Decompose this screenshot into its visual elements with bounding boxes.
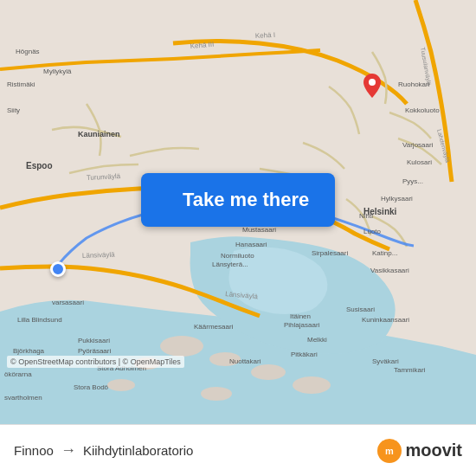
route-arrow: →	[61, 441, 76, 460]
svg-text:Björkhaga: Björkhaga	[13, 347, 45, 355]
svg-text:Mustasaari: Mustasaari	[242, 226, 276, 234]
button-container: Take me there	[141, 173, 335, 227]
svg-point-6	[201, 387, 232, 401]
svg-point-1	[160, 336, 203, 357]
svg-text:Syväkari: Syväkari	[372, 357, 399, 365]
svg-point-4	[251, 364, 286, 380]
svg-text:Siity: Siity	[7, 106, 20, 114]
svg-text:Ruohokari: Ruohokari	[398, 80, 430, 88]
svg-text:Stora Bodö: Stora Bodö	[74, 383, 109, 391]
svg-text:varsasaari: varsasaari	[52, 299, 84, 306]
svg-text:Myllykylä: Myllykylä	[43, 68, 72, 75]
svg-text:Sirpalesaari: Sirpalesaari	[312, 249, 348, 257]
footer-bar: Finnoo → Kiihdytinlaboratorio m moovit	[0, 424, 476, 476]
svg-text:Käärmesaari: Käärmesaari	[194, 323, 234, 331]
svg-text:Varjosaari: Varjosaari	[402, 141, 434, 149]
moovit-logo: m moovit	[377, 439, 462, 463]
route-info: Finnoo → Kiihdytinlaboratorio	[14, 441, 193, 460]
svg-text:Pitkäkari: Pitkäkari	[291, 351, 318, 358]
svg-text:Nihti: Nihti	[359, 212, 373, 220]
moovit-logo-icon: m	[377, 439, 402, 463]
svg-text:Lilla Blindsund: Lilla Blindsund	[17, 316, 62, 324]
svg-text:m: m	[386, 446, 395, 456]
svg-text:Pyys...: Pyys...	[402, 177, 423, 185]
svg-text:Kulosari: Kulosari	[407, 158, 432, 166]
destination-label: Kiihdytinlaboratorio	[83, 443, 194, 458]
svg-text:Melkki: Melkki	[307, 336, 327, 344]
svg-text:Espoo: Espoo	[26, 161, 53, 170]
svg-text:Hylkysaari: Hylkysaari	[381, 195, 413, 203]
svg-text:Pyöräsaari: Pyöräsaari	[78, 347, 111, 355]
svg-text:ökörarna: ökörarna	[4, 370, 32, 378]
svg-text:Hanasaari: Hanasaari	[235, 241, 267, 248]
moovit-text: moovit	[405, 441, 462, 460]
svg-text:Pukkisaari: Pukkisaari	[78, 337, 110, 344]
origin-pin	[50, 261, 66, 277]
svg-text:Katinp...: Katinp...	[372, 249, 397, 257]
svg-text:Kokkoluoto: Kokkoluoto	[405, 106, 440, 114]
svg-point-7	[107, 379, 135, 391]
svg-text:Tammikari: Tammikari	[394, 366, 426, 374]
destination-pin	[363, 74, 381, 96]
svg-text:svartholmen: svartholmen	[4, 394, 42, 402]
svg-text:Kehä I: Kehä I	[255, 31, 276, 40]
svg-text:Kuninkaansaari: Kuninkaansaari	[362, 316, 409, 324]
svg-text:Länsyterä...: Länsyterä...	[212, 261, 248, 268]
svg-text:Vasikkasaari: Vasikkasaari	[370, 267, 409, 274]
svg-text:Länsiväylä: Länsiväylä	[82, 251, 116, 260]
svg-text:Susisaari: Susisaari	[346, 306, 375, 313]
svg-text:Pihlajasaari: Pihlajasaari	[284, 321, 320, 329]
svg-text:Högnäs: Högnäs	[16, 48, 40, 55]
svg-text:Luoto: Luoto	[363, 228, 382, 235]
svg-point-57	[369, 79, 376, 86]
svg-text:Ristimäki: Ristimäki	[7, 80, 35, 88]
svg-text:Itäinen: Itäinen	[290, 312, 311, 320]
map-view: Högnäs Ristimäki Myllykylä Siity Kauniai…	[0, 0, 476, 424]
map-attribution: © OpenStreetMap contributors | © OpenMap…	[7, 356, 184, 368]
take-me-there-button[interactable]: Take me there	[141, 173, 335, 227]
svg-text:Kauniainen: Kauniainen	[78, 130, 120, 138]
app-container: Högnäs Ristimäki Myllykylä Siity Kauniai…	[0, 0, 476, 476]
svg-point-5	[293, 376, 331, 394]
svg-text:Nuottakari: Nuottakari	[229, 357, 261, 365]
origin-label: Finnoo	[14, 443, 54, 458]
svg-text:Normiluoto: Normiluoto	[221, 252, 254, 260]
